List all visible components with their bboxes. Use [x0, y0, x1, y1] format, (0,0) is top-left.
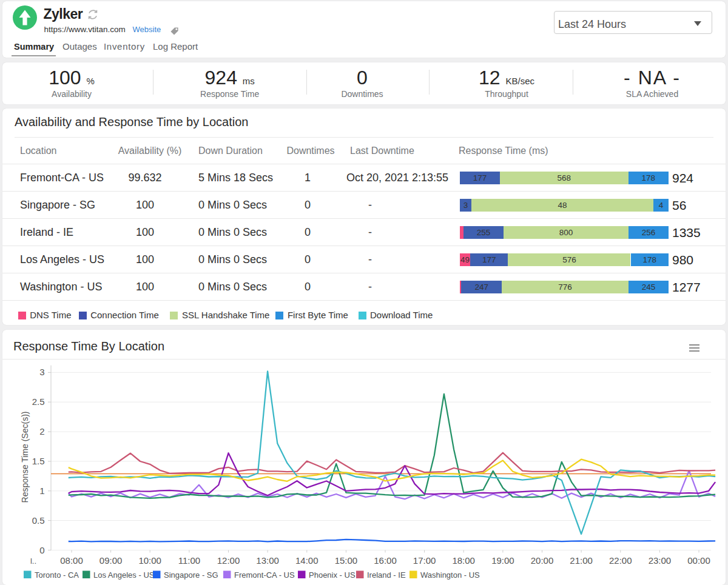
svg-text:13:00: 13:00 [256, 555, 279, 566]
svg-text:l..: l.. [30, 557, 36, 566]
svg-text:10:00: 10:00 [138, 555, 161, 566]
svg-text:Washington - US: Washington - US [420, 570, 480, 580]
svg-text:18:00: 18:00 [452, 555, 475, 566]
svg-text:0: 0 [39, 545, 44, 555]
svg-text:11:00: 11:00 [178, 555, 200, 566]
svg-text:19:00: 19:00 [491, 555, 514, 566]
svg-text:15:00: 15:00 [335, 555, 358, 566]
svg-text:3: 3 [39, 367, 44, 377]
svg-text:2: 2 [39, 426, 44, 436]
svg-text:17:00: 17:00 [413, 555, 436, 566]
svg-text:Fremont-CA - US: Fremont-CA - US [234, 570, 295, 580]
svg-text:Singapore - SG: Singapore - SG [164, 570, 218, 580]
svg-text:00:00: 00:00 [687, 555, 710, 566]
svg-text:2.5: 2.5 [32, 396, 45, 407]
svg-text:14:00: 14:00 [295, 555, 318, 566]
svg-text:1: 1 [39, 486, 44, 496]
svg-text:Toronto - CA: Toronto - CA [35, 570, 79, 580]
svg-text:08:00: 08:00 [60, 555, 83, 566]
svg-text:12:00: 12:00 [217, 555, 240, 566]
svg-text:Los Angeles - US: Los Angeles - US [93, 570, 155, 580]
svg-text:0.5: 0.5 [32, 515, 45, 526]
svg-text:Response Time (Sec(s)): Response Time (Sec(s)) [20, 412, 30, 503]
svg-text:20:00: 20:00 [531, 555, 554, 566]
svg-text:16:00: 16:00 [374, 555, 397, 566]
svg-text:1.5: 1.5 [32, 456, 45, 466]
svg-text:Phoenix - US: Phoenix - US [309, 570, 356, 580]
svg-text:21:00: 21:00 [570, 555, 593, 566]
svg-text:23:00: 23:00 [649, 555, 672, 566]
svg-text:Ireland - IE: Ireland - IE [367, 570, 406, 580]
svg-text:09:00: 09:00 [99, 555, 123, 566]
svg-text:22:00: 22:00 [609, 555, 632, 566]
